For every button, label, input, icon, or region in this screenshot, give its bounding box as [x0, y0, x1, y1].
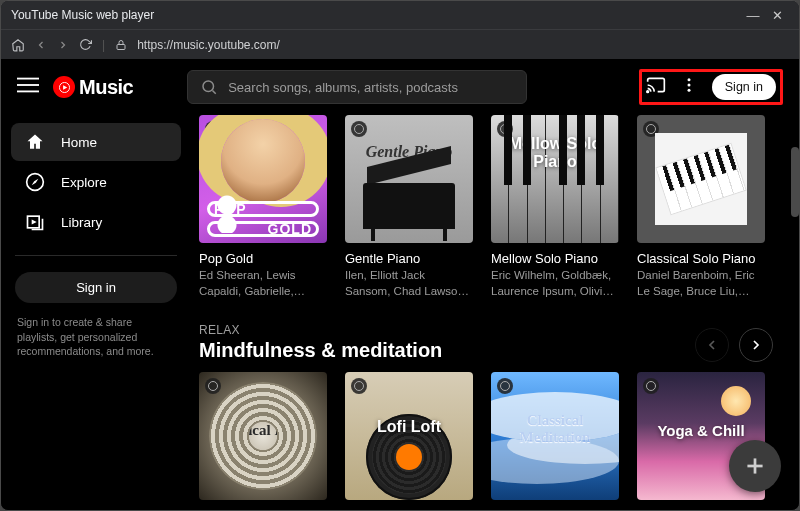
- main-content: POP GOLD Pop Gold Ed Sheeran, Lewis Capa…: [191, 115, 799, 510]
- carousel-row: RELAX Mindfulness & meditation: [199, 323, 799, 500]
- yt-badge-icon: [205, 121, 221, 137]
- url-text[interactable]: https://music.youtube.com/: [137, 38, 280, 52]
- menu-icon[interactable]: [17, 74, 39, 100]
- annotation-highlight: Sign in: [639, 69, 783, 105]
- thumb-overlay-text: POP: [210, 201, 251, 217]
- thumb-overlay-text: Classical Focus: [199, 422, 327, 439]
- svg-rect-0: [117, 44, 125, 49]
- svg-marker-13: [32, 179, 39, 186]
- sidebar-item-label: Explore: [61, 175, 107, 190]
- sidebar-separator: [15, 255, 177, 256]
- window-title: YouTube Music web player: [11, 8, 154, 22]
- playlist-subtitle: Eric Wilhelm, Goldbæk, Laurence Ipsum, O…: [491, 268, 619, 299]
- thumb-overlay-text: Yoga & Chill: [637, 422, 765, 439]
- svg-rect-2: [17, 84, 39, 86]
- yt-badge-icon: [497, 378, 513, 394]
- minimize-button[interactable]: —: [741, 8, 765, 23]
- svg-rect-1: [17, 78, 39, 80]
- titlebar: YouTube Music web player — ✕: [1, 1, 799, 29]
- yt-badge-icon: [643, 378, 659, 394]
- topbar-actions: Sign in: [646, 74, 776, 100]
- sidebar-item-label: Library: [61, 215, 102, 230]
- app-logo[interactable]: Music: [53, 76, 133, 99]
- thumb-overlay-text: GOLD: [264, 221, 316, 237]
- more-icon[interactable]: [680, 76, 698, 98]
- playlist-card[interactable]: Classical Solo Piano Daniel Barenboim, E…: [637, 115, 765, 299]
- svg-marker-15: [32, 220, 37, 225]
- row-headline: Mindfulness & meditation: [199, 339, 442, 362]
- svg-line-7: [213, 90, 216, 93]
- sidebar-item-explore[interactable]: Explore: [11, 163, 181, 201]
- playlist-card[interactable]: POP GOLD Pop Gold Ed Sheeran, Lewis Capa…: [199, 115, 327, 299]
- playlist-thumb: Classical Focus: [199, 372, 327, 500]
- search-placeholder: Search songs, albums, artists, podcasts: [228, 80, 458, 95]
- search-input[interactable]: Search songs, albums, artists, podcasts: [187, 70, 527, 104]
- browser-toolbar: | https://music.youtube.com/: [1, 29, 799, 59]
- svg-point-6: [203, 81, 214, 92]
- lock-icon: [115, 39, 127, 51]
- sidebar-sign-in-button[interactable]: Sign in: [15, 272, 177, 303]
- playlist-card[interactable]: Mellow Solo Piano Mellow Solo Piano Eric…: [491, 115, 619, 299]
- reload-icon[interactable]: [79, 38, 92, 51]
- sign-in-button[interactable]: Sign in: [712, 74, 776, 100]
- sidebar-item-library[interactable]: Library: [11, 203, 181, 241]
- svg-point-9: [687, 78, 690, 81]
- playlist-card[interactable]: Lofi Loft: [345, 372, 473, 500]
- sidebar-item-home[interactable]: Home: [11, 123, 181, 161]
- playlist-thumb: Lofi Loft: [345, 372, 473, 500]
- sidebar: Home Explore Library Sign in Sign in to …: [1, 115, 191, 510]
- svg-point-11: [687, 89, 690, 92]
- app-topbar: Music Search songs, albums, artists, pod…: [1, 59, 799, 115]
- playlist-title: Mellow Solo Piano: [491, 251, 619, 266]
- home-icon[interactable]: [11, 38, 25, 52]
- back-icon[interactable]: [35, 39, 47, 51]
- playlist-subtitle: Ed Sheeran, Lewis Capaldi, Gabrielle, Si…: [199, 268, 327, 299]
- home-icon: [25, 132, 45, 152]
- yt-badge-icon: [351, 378, 367, 394]
- svg-point-10: [687, 84, 690, 87]
- svg-marker-5: [63, 85, 67, 90]
- explore-icon: [25, 172, 45, 192]
- playlist-thumb: Mellow Solo Piano: [491, 115, 619, 243]
- row-eyebrow: RELAX: [199, 323, 442, 337]
- forward-icon[interactable]: [57, 39, 69, 51]
- playlist-card[interactable]: Classical Meditation: [491, 372, 619, 500]
- plus-icon: [742, 453, 768, 479]
- logo-text: Music: [79, 76, 133, 99]
- app-window: YouTube Music web player — ✕ | https://m…: [0, 0, 800, 511]
- close-button[interactable]: ✕: [765, 8, 789, 23]
- search-icon: [200, 78, 218, 96]
- thumb-overlay-text: Lofi Loft: [345, 418, 473, 436]
- carousel-row: POP GOLD Pop Gold Ed Sheeran, Lewis Capa…: [199, 115, 799, 299]
- playlist-title: Classical Solo Piano: [637, 251, 765, 266]
- logo-badge-icon: [53, 76, 75, 98]
- sidebar-note: Sign in to create & share playlists, get…: [11, 305, 181, 359]
- playlist-thumb: [637, 115, 765, 243]
- playlist-title: Gentle Piano: [345, 251, 473, 266]
- sidebar-item-label: Home: [61, 135, 97, 150]
- playlist-thumb: Gentle Piano: [345, 115, 473, 243]
- chevron-right-icon: [748, 337, 764, 353]
- svg-rect-3: [17, 91, 39, 93]
- scrollbar[interactable]: [791, 115, 799, 510]
- playlist-subtitle: Ilen, Elliott Jack Sansom, Chad Lawson, …: [345, 268, 473, 299]
- playlist-card[interactable]: Classical Focus: [199, 372, 327, 500]
- carousel-prev-button[interactable]: [695, 328, 729, 362]
- playlist-thumb: POP GOLD: [199, 115, 327, 243]
- yt-badge-icon: [205, 378, 221, 394]
- fab-add-button[interactable]: [729, 440, 781, 492]
- playlist-subtitle: Daniel Barenboim, Eric Le Sage, Bruce Li…: [637, 268, 765, 299]
- svg-point-8: [647, 91, 649, 93]
- thumb-overlay-text: Classical Meditation: [491, 412, 619, 445]
- playlist-card[interactable]: Gentle Piano Gentle Piano Ilen, Elliott …: [345, 115, 473, 299]
- cast-icon[interactable]: [646, 75, 666, 99]
- playlist-title: Pop Gold: [199, 251, 327, 266]
- carousel-next-button[interactable]: [739, 328, 773, 362]
- chevron-left-icon: [704, 337, 720, 353]
- app-content: Music Search songs, albums, artists, pod…: [1, 59, 799, 510]
- yt-badge-icon: [351, 121, 367, 137]
- playlist-thumb: Classical Meditation: [491, 372, 619, 500]
- library-icon: [25, 212, 45, 232]
